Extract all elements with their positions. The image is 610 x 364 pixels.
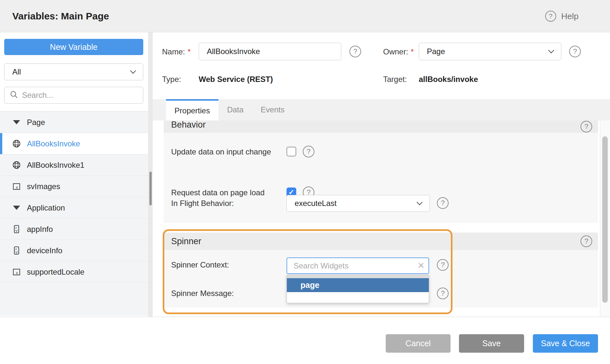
footer-divider <box>0 317 610 317</box>
help-label: Help <box>561 11 579 21</box>
update-data-checkbox[interactable] <box>287 147 296 156</box>
name-help-icon[interactable]: ? <box>349 46 361 57</box>
svg-text:x: x <box>15 247 17 251</box>
update-data-label: Update data on input change <box>171 144 271 160</box>
dropdown-top-strip <box>287 275 429 278</box>
dropdown-option-page[interactable]: page <box>287 278 429 292</box>
svg-text:x: x <box>17 165 18 169</box>
cancel-button[interactable]: Cancel <box>386 334 451 353</box>
chevron-down-icon <box>130 68 136 74</box>
tree-item-label: supportedLocale <box>27 267 84 277</box>
chevron-down-icon <box>548 47 554 53</box>
static-variable-icon: x <box>12 268 21 276</box>
in-flight-help-icon[interactable]: ? <box>437 197 449 209</box>
static-variable-icon: x <box>12 182 21 191</box>
tree-group-label: Page <box>27 118 45 127</box>
tab-events[interactable]: Events <box>255 99 290 120</box>
name-input[interactable] <box>199 43 341 60</box>
type-value: Web Service (REST) <box>199 71 273 87</box>
tree-item-label: svImages <box>27 182 60 191</box>
owner-select[interactable]: Page <box>419 43 561 60</box>
chevron-down-icon <box>416 199 422 205</box>
tree-item-label: AllBooksInvoke1 <box>27 161 84 170</box>
in-flight-select[interactable]: executeLast <box>287 195 430 212</box>
sidebar-scrollbar-thumb[interactable] <box>149 172 152 205</box>
spinner-help-icon[interactable]: ? <box>581 235 592 247</box>
owner-label: Owner:* <box>383 43 414 61</box>
spinner-section-header: Spinner <box>164 233 598 250</box>
model-variable-icon: x <box>12 246 21 255</box>
target-value: allBooks/invoke <box>419 71 478 87</box>
tree-item-label: AllBooksInvoke <box>27 139 80 148</box>
clear-icon[interactable]: ✕ <box>417 261 425 271</box>
web-service-icon: x <box>12 139 21 148</box>
in-flight-value: executeLast <box>295 199 336 208</box>
target-label: Target: <box>383 71 407 87</box>
save-button[interactable]: Save <box>459 334 524 353</box>
required-asterisk: * <box>188 47 191 56</box>
tree-group-page[interactable]: Page <box>0 112 148 133</box>
filter-value: All <box>12 67 21 76</box>
behavior-section-title: Behavior <box>171 120 206 133</box>
required-asterisk: * <box>411 47 414 56</box>
spinner-context-help-icon[interactable]: ? <box>437 259 449 271</box>
behavior-section-header: Behavior <box>164 120 598 133</box>
tab-properties[interactable]: Properties <box>166 99 218 120</box>
tree-empty-area <box>0 283 148 316</box>
tree-item-deviceinfo[interactable]: x deviceInfo <box>0 240 148 261</box>
tab-data[interactable]: Data <box>217 99 253 120</box>
tree-item-label: appInfo <box>27 225 53 234</box>
spinner-context-label: Spinner Context: <box>171 257 229 273</box>
dialog-header: Variables: Main Page ? Help <box>0 0 610 32</box>
search-icon <box>10 90 18 100</box>
owner-value: Page <box>427 47 445 56</box>
behavior-help-icon[interactable]: ? <box>581 121 592 132</box>
type-label: Type: <box>162 71 181 87</box>
update-data-help-icon[interactable]: ? <box>303 146 314 157</box>
spinner-context-input[interactable] <box>287 261 410 270</box>
tree-group-application[interactable]: Application <box>0 197 148 219</box>
help-question-icon: ? <box>545 11 556 22</box>
tree-group-label: Application <box>27 203 65 212</box>
owner-help-icon[interactable]: ? <box>569 46 581 57</box>
svg-text:x: x <box>16 270 18 275</box>
tree-item-svimages[interactable]: x svImages <box>0 176 148 197</box>
variable-filter-select[interactable]: All <box>4 63 143 80</box>
svg-text:x: x <box>17 144 18 148</box>
page-title: Variables: Main Page <box>12 0 109 32</box>
search-input[interactable] <box>22 91 129 100</box>
web-service-icon: x <box>12 161 21 169</box>
svg-text:x: x <box>16 185 18 190</box>
model-variable-icon: x <box>12 225 21 233</box>
collapse-triangle-icon[interactable] <box>12 206 21 210</box>
name-label: Name:* <box>162 43 191 61</box>
svg-text:x: x <box>15 226 17 229</box>
new-variable-button[interactable]: New Variable <box>4 39 143 55</box>
tree-item-allbooksinvoke[interactable]: x AllBooksInvoke <box>0 133 148 154</box>
tree-item-appinfo[interactable]: x appInfo <box>0 219 148 240</box>
tree-item-allbooksinvoke1[interactable]: x AllBooksInvoke1 <box>0 154 148 176</box>
collapse-triangle-icon[interactable] <box>12 120 21 124</box>
in-flight-label: In Flight Behavior: <box>171 195 234 211</box>
variables-tree: Page x AllBooksInvoke x AllBooksInvoke1 … <box>0 111 148 316</box>
spinner-section-title: Spinner <box>171 233 201 250</box>
properties-scrollbar-thumb[interactable] <box>602 136 608 303</box>
tree-item-supportedlocale[interactable]: x supportedLocale <box>0 261 148 283</box>
spinner-context-field[interactable]: ✕ <box>287 257 429 274</box>
tree-item-label: deviceInfo <box>27 246 62 255</box>
spinner-context-dropdown: page <box>287 275 429 303</box>
help-button[interactable]: ? Help <box>545 0 579 32</box>
spinner-message-help-icon[interactable]: ? <box>437 288 449 299</box>
spinner-message-label: Spinner Message: <box>171 285 234 301</box>
variables-sidebar: New Variable All Page x AllBooksInvoke x… <box>0 32 148 317</box>
variable-search[interactable] <box>4 87 143 104</box>
behavior-section-body: Update data on input change ? Request da… <box>164 133 598 223</box>
tab-strip: Properties Data Events <box>153 99 610 120</box>
save-and-close-button[interactable]: Save & Close <box>533 334 598 353</box>
